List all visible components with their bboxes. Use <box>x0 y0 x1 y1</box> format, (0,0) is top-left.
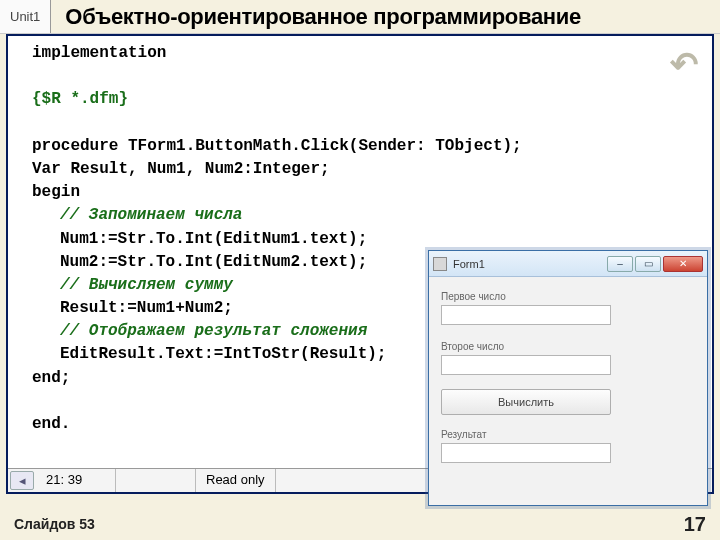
readonly-indicator: Read only <box>196 469 276 492</box>
form-titlebar[interactable]: Form1 – ▭ ✕ <box>429 251 707 277</box>
code-line: {$R *.dfm} <box>32 88 702 111</box>
form-icon <box>433 257 447 271</box>
status-cell <box>116 469 196 492</box>
slide-count: Слайдов 53 <box>14 516 95 532</box>
code-line: // Запоминаем числа <box>32 204 702 227</box>
input-second-number[interactable] <box>441 355 611 375</box>
code-line: begin <box>32 181 702 204</box>
maximize-button[interactable]: ▭ <box>635 256 661 272</box>
code-line: implementation <box>32 42 702 65</box>
page-number: 17 <box>684 513 706 536</box>
label-second-number: Второе число <box>441 341 695 352</box>
file-tab-unit1[interactable]: Unit1 <box>0 0 51 33</box>
form-title: Form1 <box>453 258 607 270</box>
input-first-number[interactable] <box>441 305 611 325</box>
code-editor-frame: ↶ implementation {$R *.dfm} procedure TF… <box>6 34 714 494</box>
close-button[interactable]: ✕ <box>663 256 703 272</box>
calculate-button[interactable]: Вычислить <box>441 389 611 415</box>
label-first-number: Первое число <box>441 291 695 302</box>
input-result[interactable] <box>441 443 611 463</box>
scroll-left-button[interactable]: ◂ <box>10 471 34 490</box>
code-line: Var Result, Num1, Num2:Integer; <box>32 158 702 181</box>
footer: Слайдов 53 17 <box>0 510 720 538</box>
form-window[interactable]: Form1 – ▭ ✕ Первое число Второе число Вы… <box>428 250 708 506</box>
form-body: Первое число Второе число Вычислить Резу… <box>429 277 707 471</box>
code-line <box>32 65 702 88</box>
minimize-button[interactable]: – <box>607 256 633 272</box>
code-line: Num1:=Str.To.Int(EditNum1.text); <box>32 228 702 251</box>
page-title: Объектно-ориентированное программировани… <box>51 4 720 30</box>
header: Unit1 Объектно-ориентированное программи… <box>0 0 720 34</box>
label-result: Результат <box>441 429 695 440</box>
code-line: procedure TForm1.ButtonMath.Click(Sender… <box>32 135 702 158</box>
cursor-position: 21: 39 <box>36 469 116 492</box>
code-line <box>32 112 702 135</box>
